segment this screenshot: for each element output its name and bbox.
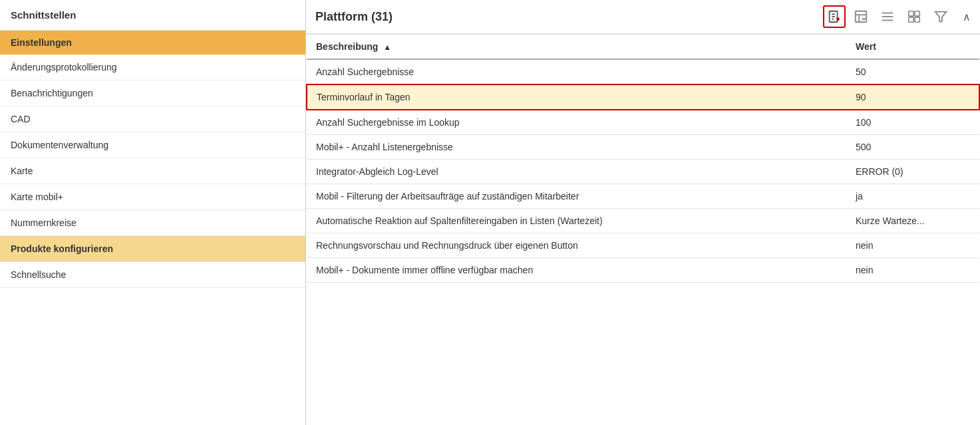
new-button[interactable] [823,5,846,28]
cell-wert-6: Kurze Warteze... [846,209,979,233]
sidebar-item-1[interactable]: Benachrichtigungen [0,80,305,106]
table-row-3[interactable]: Mobil+ - Anzahl Listenergebnisse500 [307,135,979,160]
sidebar-item-5[interactable]: Karte mobil+ [0,184,305,210]
list-view-button[interactable] [876,5,899,28]
svg-rect-13 [915,11,919,16]
cell-wert-2: 100 [846,110,979,135]
table-header-row: Beschreibung ▲ Wert [307,35,979,59]
svg-rect-6 [856,11,867,23]
sidebar-header: Schnittstellen [0,0,305,31]
svg-marker-16 [935,12,947,22]
cell-beschreibung-1: Terminvorlauf in Tagen [307,84,846,110]
svg-rect-12 [909,11,913,16]
svg-rect-14 [909,17,913,22]
settings-icon [907,9,921,24]
sort-arrow: ▲ [383,43,391,52]
filter-icon [933,9,948,24]
page-title: Plattform (31) [315,10,393,24]
cell-wert-0: 50 [846,59,979,84]
cell-beschreibung-4: Integrator-Abgleich Log-Level [307,160,846,184]
cell-beschreibung-7: Rechnungsvorschau und Rechnungsdruck übe… [307,233,846,258]
table-row-6[interactable]: Automatische Reaktion auf Spaltenfiltere… [307,209,979,233]
cell-wert-4: ERROR (0) [846,160,979,184]
cell-beschreibung-5: Mobil - Filterung der Arbeitsaufträge au… [307,184,846,209]
sidebar-item-0[interactable]: Änderungsprotokollierung [0,55,305,80]
col-beschreibung-header: Beschreibung ▲ [307,35,846,59]
export-icon [854,9,868,24]
table-row-1[interactable]: Terminvorlauf in Tagen90 [307,84,979,110]
table-row-0[interactable]: Anzahl Suchergebnisse50 [307,59,979,84]
top-bar: Plattform (31) [306,0,980,35]
cell-beschreibung-8: Mobil+ - Dokumente immer offline verfügb… [307,258,846,283]
cell-beschreibung-3: Mobil+ - Anzahl Listenergebnisse [307,135,846,160]
cell-beschreibung-0: Anzahl Suchergebnisse [307,59,846,84]
col-wert-header: Wert [846,35,979,59]
sidebar-item-3[interactable]: Dokumentenverwaltung [0,132,305,158]
settings-button[interactable] [903,5,925,28]
sidebar-items: ÄnderungsprotokollierungBenachrichtigung… [0,55,305,288]
filter-button[interactable] [929,5,952,28]
svg-rect-15 [915,17,919,22]
cell-beschreibung-6: Automatische Reaktion auf Spaltenfiltere… [307,209,846,233]
table-row-8[interactable]: Mobil+ - Dokumente immer offline verfügb… [307,258,979,283]
cell-wert-3: 500 [846,135,979,160]
main-panel: Plattform (31) [306,0,980,425]
sidebar: Schnittstellen Einstellungen Änderungspr… [0,0,306,425]
sidebar-item-8[interactable]: Schnellsuche [0,262,305,288]
cell-wert-5: ja [846,184,979,209]
cell-wert-8: nein [846,258,979,283]
table-row-5[interactable]: Mobil - Filterung der Arbeitsaufträge au… [307,184,979,209]
collapse-button[interactable]: ∧ [963,11,971,23]
table-row-7[interactable]: Rechnungsvorschau und Rechnungsdruck übe… [307,233,979,258]
table-area: Beschreibung ▲ Wert Anzahl Suchergebniss… [306,35,980,425]
list-view-icon [880,9,895,24]
sidebar-item-6[interactable]: Nummernkreise [0,210,305,236]
sidebar-item-4[interactable]: Karte [0,158,305,184]
toolbar-icons [823,5,952,28]
sidebar-section-header: Einstellungen [0,31,305,55]
sidebar-item-2[interactable]: CAD [0,106,305,132]
table-row-2[interactable]: Anzahl Suchergebnisse im Lookup100 [307,110,979,135]
export-button[interactable] [850,5,872,28]
sidebar-item-7[interactable]: Produkte konfigurieren [0,236,305,262]
new-icon [827,9,842,24]
cell-wert-1: 90 [846,84,979,110]
settings-table: Beschreibung ▲ Wert Anzahl Suchergebniss… [306,35,980,283]
table-row-4[interactable]: Integrator-Abgleich Log-LevelERROR (0) [307,160,979,184]
cell-wert-7: nein [846,233,979,258]
cell-beschreibung-2: Anzahl Suchergebnisse im Lookup [307,110,846,135]
